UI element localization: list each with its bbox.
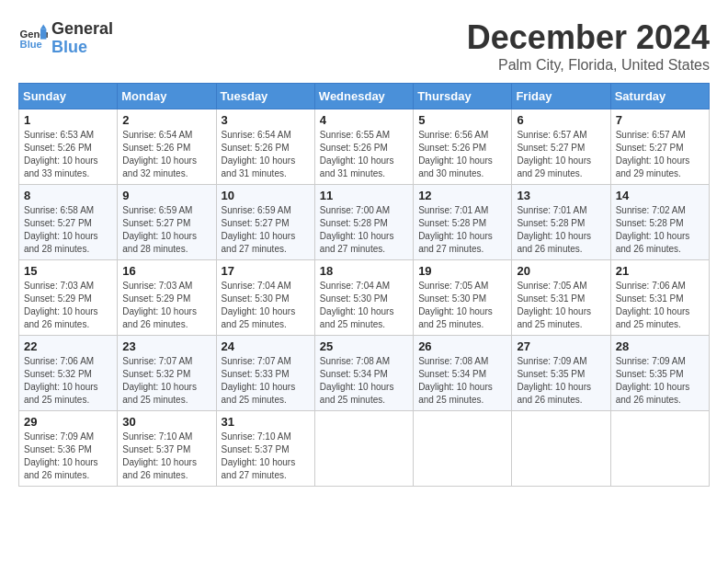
calendar-cell: 24Sunrise: 7:07 AMSunset: 5:33 PMDayligh… [216,336,314,411]
day-number: 31 [222,415,310,429]
day-number: 29 [24,415,112,429]
day-number: 6 [517,113,605,127]
day-info: Sunrise: 7:06 AMSunset: 5:32 PMDaylight:… [24,355,112,407]
day-info: Sunrise: 7:09 AMSunset: 5:35 PMDaylight:… [616,355,704,407]
day-number: 17 [222,264,310,278]
day-info: Sunrise: 7:01 AMSunset: 5:28 PMDaylight:… [418,204,506,256]
calendar-cell: 8Sunrise: 6:58 AMSunset: 5:27 PMDaylight… [19,185,118,260]
calendar-cell: 21Sunrise: 7:06 AMSunset: 5:31 PMDayligh… [610,260,709,336]
calendar-cell: 15Sunrise: 7:03 AMSunset: 5:29 PMDayligh… [19,260,118,336]
day-info: Sunrise: 7:01 AMSunset: 5:28 PMDaylight:… [517,204,605,256]
day-info: Sunrise: 7:08 AMSunset: 5:34 PMDaylight:… [418,355,506,407]
calendar-cell: 4Sunrise: 6:55 AMSunset: 5:26 PMDaylight… [314,109,413,185]
title-section: December 2024 Palm City, Florida, United… [467,18,710,74]
logo-icon: General Blue [18,23,48,52]
calendar-cell: 16Sunrise: 7:03 AMSunset: 5:29 PMDayligh… [118,260,216,336]
calendar-cell: 25Sunrise: 7:08 AMSunset: 5:34 PMDayligh… [314,336,413,411]
day-number: 1 [24,113,112,127]
day-info: Sunrise: 7:03 AMSunset: 5:29 PMDaylight:… [24,280,112,331]
day-info: Sunrise: 7:09 AMSunset: 5:35 PMDaylight:… [517,355,605,407]
day-number: 16 [122,264,210,278]
calendar-cell [610,411,709,487]
day-number: 2 [122,113,210,127]
week-row-5: 29Sunrise: 7:09 AMSunset: 5:36 PMDayligh… [19,411,710,487]
calendar-cell: 11Sunrise: 7:00 AMSunset: 5:28 PMDayligh… [314,185,413,260]
day-number: 4 [320,113,408,127]
calendar-cell [414,411,512,487]
calendar-cell [314,411,413,487]
day-info: Sunrise: 7:04 AMSunset: 5:30 PMDaylight:… [222,280,310,331]
calendar-cell: 31Sunrise: 7:10 AMSunset: 5:37 PMDayligh… [216,411,314,487]
page-header: General Blue General Blue December 2024 … [18,18,710,74]
day-info: Sunrise: 6:59 AMSunset: 5:27 PMDaylight:… [122,204,210,256]
day-info: Sunrise: 6:57 AMSunset: 5:27 PMDaylight:… [616,129,704,180]
header-friday: Friday [512,84,610,109]
calendar-cell: 9Sunrise: 6:59 AMSunset: 5:27 PMDaylight… [118,185,216,260]
week-row-3: 15Sunrise: 7:03 AMSunset: 5:29 PMDayligh… [19,260,710,336]
header-sunday: Sunday [19,84,118,109]
day-info: Sunrise: 7:06 AMSunset: 5:31 PMDaylight:… [616,280,704,331]
day-number: 7 [616,113,704,127]
logo-general: General [51,20,113,39]
day-info: Sunrise: 7:07 AMSunset: 5:33 PMDaylight:… [222,355,310,407]
day-number: 15 [24,264,112,278]
day-info: Sunrise: 6:53 AMSunset: 5:26 PMDaylight:… [24,129,112,180]
calendar-cell: 14Sunrise: 7:02 AMSunset: 5:28 PMDayligh… [610,185,709,260]
calendar-cell: 5Sunrise: 6:56 AMSunset: 5:26 PMDaylight… [414,109,512,185]
day-number: 26 [418,339,506,353]
day-info: Sunrise: 7:08 AMSunset: 5:34 PMDaylight:… [320,355,408,407]
header-tuesday: Tuesday [216,84,314,109]
calendar-cell: 7Sunrise: 6:57 AMSunset: 5:27 PMDaylight… [610,109,709,185]
day-info: Sunrise: 6:54 AMSunset: 5:26 PMDaylight:… [222,129,310,180]
calendar-cell: 26Sunrise: 7:08 AMSunset: 5:34 PMDayligh… [414,336,512,411]
calendar-cell: 19Sunrise: 7:05 AMSunset: 5:30 PMDayligh… [414,260,512,336]
day-info: Sunrise: 6:55 AMSunset: 5:26 PMDaylight:… [320,129,408,180]
header-thursday: Thursday [414,84,512,109]
calendar-cell: 20Sunrise: 7:05 AMSunset: 5:31 PMDayligh… [512,260,610,336]
day-info: Sunrise: 7:10 AMSunset: 5:37 PMDaylight:… [222,431,310,482]
day-info: Sunrise: 6:54 AMSunset: 5:26 PMDaylight:… [122,129,210,180]
calendar-subtitle: Palm City, Florida, United States [467,57,710,74]
calendar-cell: 6Sunrise: 6:57 AMSunset: 5:27 PMDaylight… [512,109,610,185]
day-number: 13 [517,189,605,202]
calendar-cell [512,411,610,487]
calendar-cell: 28Sunrise: 7:09 AMSunset: 5:35 PMDayligh… [610,336,709,411]
calendar-cell: 23Sunrise: 7:07 AMSunset: 5:32 PMDayligh… [118,336,216,411]
calendar-body: 1Sunrise: 6:53 AMSunset: 5:26 PMDaylight… [19,109,710,487]
calendar-header: SundayMondayTuesdayWednesdayThursdayFrid… [19,84,710,109]
calendar-cell: 2Sunrise: 6:54 AMSunset: 5:26 PMDaylight… [118,109,216,185]
header-monday: Monday [118,84,216,109]
day-number: 27 [517,339,605,353]
header-saturday: Saturday [610,84,709,109]
calendar-table: SundayMondayTuesdayWednesdayThursdayFrid… [18,83,710,487]
day-number: 11 [320,189,408,202]
day-number: 10 [222,189,310,202]
day-number: 23 [122,339,210,353]
day-number: 24 [222,339,310,353]
svg-text:Blue: Blue [20,39,42,50]
day-number: 20 [517,264,605,278]
calendar-cell: 30Sunrise: 7:10 AMSunset: 5:37 PMDayligh… [118,411,216,487]
week-row-2: 8Sunrise: 6:58 AMSunset: 5:27 PMDaylight… [19,185,710,260]
day-info: Sunrise: 7:03 AMSunset: 5:29 PMDaylight:… [122,280,210,331]
day-info: Sunrise: 6:58 AMSunset: 5:27 PMDaylight:… [24,204,112,256]
day-info: Sunrise: 6:59 AMSunset: 5:27 PMDaylight:… [222,204,310,256]
calendar-cell: 10Sunrise: 6:59 AMSunset: 5:27 PMDayligh… [216,185,314,260]
calendar-title: December 2024 [467,18,710,57]
calendar-cell: 17Sunrise: 7:04 AMSunset: 5:30 PMDayligh… [216,260,314,336]
day-info: Sunrise: 7:00 AMSunset: 5:28 PMDaylight:… [320,204,408,256]
calendar-cell: 3Sunrise: 6:54 AMSunset: 5:26 PMDaylight… [216,109,314,185]
header-row: SundayMondayTuesdayWednesdayThursdayFrid… [19,84,710,109]
calendar-cell: 27Sunrise: 7:09 AMSunset: 5:35 PMDayligh… [512,336,610,411]
day-info: Sunrise: 6:57 AMSunset: 5:27 PMDaylight:… [517,129,605,180]
day-number: 19 [418,264,506,278]
day-number: 12 [418,189,506,202]
day-number: 9 [122,189,210,202]
calendar-cell: 1Sunrise: 6:53 AMSunset: 5:26 PMDaylight… [19,109,118,185]
calendar-cell: 29Sunrise: 7:09 AMSunset: 5:36 PMDayligh… [19,411,118,487]
calendar-cell: 18Sunrise: 7:04 AMSunset: 5:30 PMDayligh… [314,260,413,336]
day-number: 3 [222,113,310,127]
week-row-4: 22Sunrise: 7:06 AMSunset: 5:32 PMDayligh… [19,336,710,411]
day-number: 28 [616,339,704,353]
day-number: 25 [320,339,408,353]
